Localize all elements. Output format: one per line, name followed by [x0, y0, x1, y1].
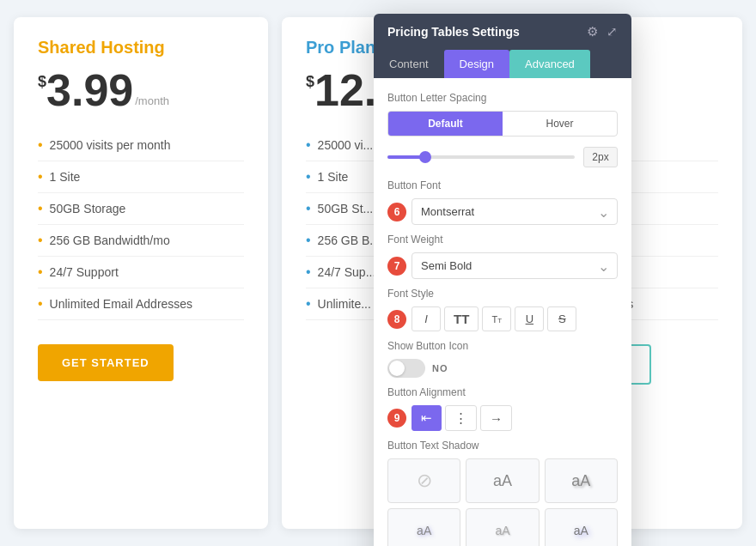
button-text-shadow-section: Button Text Shadow ⊘ aA aA aA aA a — [387, 440, 618, 546]
modal-body: Button Letter Spacing Default Hover 2px … — [374, 78, 631, 546]
font-style-label: Font Style — [387, 288, 618, 300]
list-item: 50GB Storage — [38, 193, 244, 225]
shadow-preview-4: aA — [495, 524, 509, 537]
slider-thumb[interactable] — [419, 151, 431, 163]
button-letter-spacing-section: Button Letter Spacing Default Hover 2px — [387, 92, 618, 167]
feature-list-left: 25000 visits per month 1 Site 50GB Stora… — [38, 130, 244, 320]
shadow-preview-2: aA — [571, 472, 590, 490]
button-font-select[interactable]: Montserrat Arial Roboto — [412, 198, 618, 225]
hover-tab[interactable]: Hover — [503, 112, 617, 136]
button-font-section: Button Font 6 Montserrat Arial Roboto — [387, 179, 618, 225]
font-weight-select-wrapper: Semi Bold Normal Bold Light — [412, 252, 618, 279]
per-month-left: /month — [135, 94, 169, 107]
tab-design[interactable]: Design — [444, 50, 509, 78]
button-alignment-label: Button Alignment — [387, 386, 618, 398]
letter-spacing-slider-track[interactable] — [387, 155, 575, 159]
font-style-buttons: I TT Tt U S — [412, 306, 618, 331]
button-font-field-wrapper: 6 Montserrat Arial Roboto — [387, 198, 618, 225]
font-style-field-wrapper: 8 I TT Tt U S — [387, 306, 618, 331]
shadow-swatch-1[interactable]: aA — [466, 458, 539, 503]
button-alignment-field-wrapper: 9 ⇤ ⋮ → — [387, 405, 618, 431]
align-center-button[interactable]: ⋮ — [445, 405, 477, 431]
strikethrough-button[interactable]: S — [547, 306, 576, 331]
list-item: 25000 visits per month — [38, 130, 244, 161]
pricing-card-left: Shared Hosting $ 3.99 /month 25000 visit… — [14, 17, 268, 529]
button-font-label: Button Font — [387, 179, 618, 191]
shadow-preview-1: aA — [493, 472, 512, 490]
price-row-left: $ 3.99 /month — [38, 68, 244, 112]
expand-icon[interactable]: ⤢ — [607, 24, 618, 39]
shadow-swatch-4[interactable]: aA — [466, 508, 539, 546]
tab-content[interactable]: Content — [374, 50, 444, 78]
show-button-icon-section: Show Button Icon NO — [387, 340, 618, 378]
step-badge-7: 7 — [387, 257, 406, 276]
slider-value[interactable]: 2px — [583, 147, 618, 167]
shadow-swatches-grid: ⊘ aA aA aA aA aA — [387, 458, 618, 546]
letter-spacing-slider-row: 2px — [387, 147, 618, 167]
italic-button[interactable]: I — [412, 306, 441, 331]
align-left-button[interactable]: ⇤ — [412, 405, 442, 431]
show-button-icon-toggle-row: NO — [387, 359, 618, 378]
font-weight-field-wrapper: 7 Semi Bold Normal Bold Light — [387, 252, 618, 279]
amount-left: 3.99 — [46, 68, 133, 112]
tab-advanced[interactable]: Advanced — [509, 50, 590, 78]
show-button-icon-label: Show Button Icon — [387, 340, 618, 352]
modal-header-icons: ⚙ ⤢ — [587, 24, 618, 39]
underline-button[interactable]: U — [515, 306, 544, 331]
font-weight-select[interactable]: Semi Bold Normal Bold Light — [412, 252, 618, 279]
list-item: 1 Site — [38, 161, 244, 193]
list-item: 256 GB Bandwidth/mo — [38, 225, 244, 257]
step-badge-6: 6 — [387, 203, 406, 221]
shadow-swatch-3[interactable]: aA — [387, 508, 460, 546]
font-weight-section: Font Weight 7 Semi Bold Normal Bold Ligh… — [387, 234, 618, 279]
font-style-section: Font Style 8 I TT Tt U S — [387, 288, 618, 331]
font-weight-label: Font Weight — [387, 234, 618, 246]
button-letter-spacing-label: Button Letter Spacing — [387, 92, 618, 104]
shadow-swatch-5[interactable]: aA — [545, 508, 618, 546]
list-item: 24/7 Support — [38, 257, 244, 288]
toggle-knob — [389, 361, 405, 376]
show-button-icon-toggle[interactable] — [387, 359, 425, 378]
modal-header: Pricing Tables Settings ⚙ ⤢ — [374, 14, 631, 50]
alignment-buttons: ⇤ ⋮ → — [412, 405, 618, 431]
default-hover-tabs: Default Hover — [387, 111, 618, 136]
step-badge-9: 9 — [387, 409, 406, 428]
shadow-swatch-2[interactable]: aA — [545, 458, 618, 503]
pricing-tables-settings-modal: Pricing Tables Settings ⚙ ⤢ Content Desi… — [374, 14, 631, 546]
toggle-label: NO — [432, 363, 448, 373]
shadow-swatch-none[interactable]: ⊘ — [387, 458, 460, 503]
button-font-select-wrapper: Montserrat Arial Roboto — [412, 198, 618, 225]
shadow-preview-5: aA — [574, 524, 588, 537]
step-badge-8: 8 — [387, 310, 406, 329]
shadow-preview-3: aA — [417, 524, 431, 537]
button-text-shadow-label: Button Text Shadow — [387, 440, 618, 452]
list-item: Unlimited Email Addresses — [38, 288, 244, 320]
no-shadow-icon: ⊘ — [417, 470, 432, 492]
dollar-mid: $ — [306, 73, 314, 91]
small-caps-button[interactable]: Tt — [482, 306, 511, 331]
default-tab[interactable]: Default — [388, 112, 503, 136]
modal-title: Pricing Tables Settings — [387, 25, 520, 39]
get-started-button-left[interactable]: GET STARTED — [38, 344, 174, 381]
dollar-left: $ — [38, 73, 46, 91]
align-right-button[interactable]: → — [480, 405, 512, 431]
button-alignment-section: Button Alignment 9 ⇤ ⋮ → — [387, 386, 618, 431]
modal-tabs: Content Design Advanced — [374, 50, 631, 78]
settings-icon[interactable]: ⚙ — [587, 24, 598, 39]
card-title-left: Shared Hosting — [38, 38, 244, 58]
bold-button[interactable]: TT — [444, 306, 479, 331]
